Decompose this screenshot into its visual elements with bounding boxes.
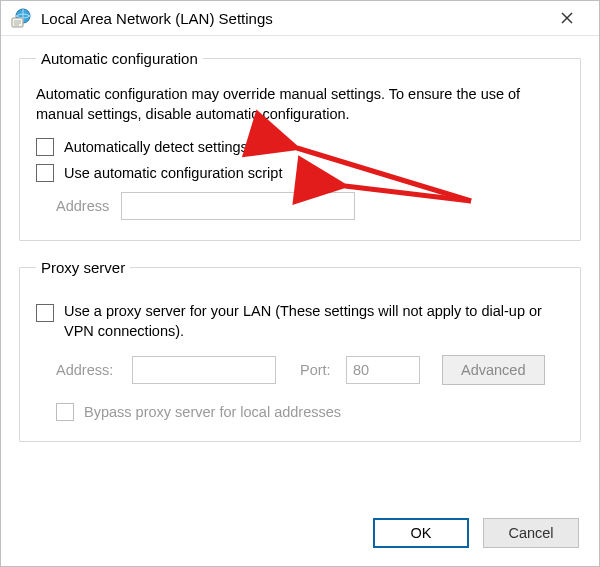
use-proxy-row[interactable]: Use a proxy server for your LAN (These s… xyxy=(36,302,564,341)
auto-script-checkbox[interactable] xyxy=(36,164,54,182)
internet-options-icon xyxy=(11,7,33,29)
bypass-label: Bypass proxy server for local addresses xyxy=(84,404,341,420)
use-proxy-label: Use a proxy server for your LAN (These s… xyxy=(64,302,564,341)
auto-script-label: Use automatic configuration script xyxy=(64,165,282,181)
lan-settings-window: Local Area Network (LAN) Settings Automa… xyxy=(0,0,600,567)
dialog-body: Automatic configuration Automatic config… xyxy=(1,36,599,442)
auto-address-label: Address xyxy=(56,198,109,214)
auto-script-row[interactable]: Use automatic configuration script xyxy=(36,164,564,182)
proxy-server-legend: Proxy server xyxy=(36,259,130,276)
auto-address-input xyxy=(121,192,355,220)
bypass-checkbox xyxy=(56,403,74,421)
auto-address-row: Address xyxy=(56,192,564,220)
proxy-port-label: Port: xyxy=(300,362,336,378)
proxy-port-input xyxy=(346,356,420,384)
automatic-configuration-group: Automatic configuration Automatic config… xyxy=(19,50,581,241)
titlebar: Local Area Network (LAN) Settings xyxy=(1,1,599,36)
advanced-button: Advanced xyxy=(442,355,545,385)
proxy-address-row: Address: Port: Advanced xyxy=(56,355,564,385)
proxy-address-label: Address: xyxy=(56,362,126,378)
close-icon xyxy=(561,12,573,24)
proxy-address-input xyxy=(132,356,276,384)
dialog-buttons: OK Cancel xyxy=(373,518,579,548)
ok-button[interactable]: OK xyxy=(373,518,469,548)
window-title: Local Area Network (LAN) Settings xyxy=(41,10,545,27)
proxy-server-group: Proxy server Use a proxy server for your… xyxy=(19,259,581,442)
close-button[interactable] xyxy=(545,1,589,35)
auto-detect-row[interactable]: Automatically detect settings xyxy=(36,138,564,156)
bypass-row: Bypass proxy server for local addresses xyxy=(56,403,564,421)
cancel-button[interactable]: Cancel xyxy=(483,518,579,548)
automatic-configuration-legend: Automatic configuration xyxy=(36,50,203,67)
use-proxy-checkbox[interactable] xyxy=(36,304,54,322)
automatic-configuration-description: Automatic configuration may override man… xyxy=(36,85,564,124)
auto-detect-checkbox[interactable] xyxy=(36,138,54,156)
auto-detect-label: Automatically detect settings xyxy=(64,139,248,155)
